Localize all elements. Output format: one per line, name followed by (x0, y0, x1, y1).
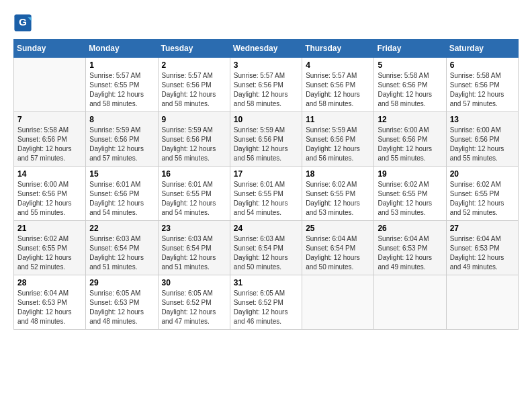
day-number: 28 (17, 278, 82, 287)
calendar-cell: 24Sunrise: 6:03 AMSunset: 6:54 PMDayligh… (230, 221, 302, 275)
calendar-table: SundayMondayTuesdayWednesdayThursdayFrid… (13, 39, 519, 330)
calendar-cell: 14Sunrise: 6:00 AMSunset: 6:56 PMDayligh… (14, 167, 86, 221)
day-number: 4 (306, 60, 370, 70)
day-info: Sunrise: 6:04 AMSunset: 6:53 PMDaylight:… (450, 234, 515, 272)
day-number: 30 (162, 278, 226, 287)
weekday-wednesday: Wednesday (230, 40, 302, 58)
calendar-cell (302, 275, 374, 330)
day-number: 14 (17, 169, 82, 179)
calendar-cell: 29Sunrise: 6:05 AMSunset: 6:53 PMDayligh… (86, 275, 158, 330)
day-info: Sunrise: 6:04 AMSunset: 6:53 PMDaylight:… (17, 289, 82, 326)
calendar-week-3: 14Sunrise: 6:00 AMSunset: 6:56 PMDayligh… (14, 167, 519, 221)
calendar-cell: 11Sunrise: 5:59 AMSunset: 6:56 PMDayligh… (302, 112, 374, 167)
day-info: Sunrise: 6:05 AMSunset: 6:52 PMDaylight:… (234, 289, 298, 326)
day-number: 15 (89, 169, 154, 179)
day-info: Sunrise: 6:05 AMSunset: 6:53 PMDaylight:… (89, 289, 154, 326)
day-info: Sunrise: 6:00 AMSunset: 6:56 PMDaylight:… (378, 126, 442, 163)
day-number: 26 (378, 224, 442, 233)
calendar-cell: 30Sunrise: 6:05 AMSunset: 6:52 PMDayligh… (158, 275, 230, 330)
day-number: 9 (162, 115, 226, 124)
calendar-cell: 19Sunrise: 6:02 AMSunset: 6:55 PMDayligh… (374, 167, 446, 221)
day-number: 27 (450, 224, 515, 233)
day-info: Sunrise: 6:02 AMSunset: 6:55 PMDaylight:… (378, 180, 442, 218)
day-info: Sunrise: 6:03 AMSunset: 6:54 PMDaylight:… (162, 234, 226, 272)
calendar-cell: 26Sunrise: 6:04 AMSunset: 6:53 PMDayligh… (374, 221, 446, 275)
calendar-header: SundayMondayTuesdayWednesdayThursdayFrid… (14, 40, 519, 58)
day-info: Sunrise: 6:01 AMSunset: 6:56 PMDaylight:… (89, 180, 154, 218)
calendar-cell: 13Sunrise: 6:00 AMSunset: 6:56 PMDayligh… (446, 112, 518, 167)
day-info: Sunrise: 5:57 AMSunset: 6:56 PMDaylight:… (162, 71, 226, 109)
weekday-header-row: SundayMondayTuesdayWednesdayThursdayFrid… (14, 40, 519, 58)
day-number: 18 (306, 169, 370, 179)
calendar-cell: 1Sunrise: 5:57 AMSunset: 6:55 PMDaylight… (86, 58, 158, 112)
day-number: 17 (234, 169, 298, 179)
day-info: Sunrise: 5:59 AMSunset: 6:56 PMDaylight:… (306, 126, 370, 163)
day-number: 19 (378, 169, 442, 179)
calendar-cell: 12Sunrise: 6:00 AMSunset: 6:56 PMDayligh… (374, 112, 446, 167)
calendar-cell: 6Sunrise: 5:58 AMSunset: 6:56 PMDaylight… (446, 58, 518, 112)
day-number: 29 (89, 278, 154, 287)
calendar-cell: 16Sunrise: 6:01 AMSunset: 6:55 PMDayligh… (158, 167, 230, 221)
day-info: Sunrise: 6:02 AMSunset: 6:55 PMDaylight:… (306, 180, 370, 218)
logo-icon: G (13, 13, 32, 32)
calendar-cell: 23Sunrise: 6:03 AMSunset: 6:54 PMDayligh… (158, 221, 230, 275)
calendar-cell: 28Sunrise: 6:04 AMSunset: 6:53 PMDayligh… (14, 275, 86, 330)
day-info: Sunrise: 6:02 AMSunset: 6:55 PMDaylight:… (17, 234, 82, 272)
calendar-cell: 9Sunrise: 5:59 AMSunset: 6:56 PMDaylight… (158, 112, 230, 167)
weekday-monday: Monday (86, 40, 158, 58)
day-info: Sunrise: 5:57 AMSunset: 6:56 PMDaylight:… (306, 71, 370, 109)
day-info: Sunrise: 6:03 AMSunset: 6:54 PMDaylight:… (89, 234, 154, 272)
day-info: Sunrise: 6:02 AMSunset: 6:55 PMDaylight:… (450, 180, 515, 218)
calendar-cell: 20Sunrise: 6:02 AMSunset: 6:55 PMDayligh… (446, 167, 518, 221)
day-info: Sunrise: 6:03 AMSunset: 6:54 PMDaylight:… (234, 234, 298, 272)
calendar-body: 1Sunrise: 5:57 AMSunset: 6:55 PMDaylight… (14, 58, 519, 330)
day-number: 23 (162, 224, 226, 233)
calendar-cell: 3Sunrise: 5:57 AMSunset: 6:56 PMDaylight… (230, 58, 302, 112)
day-number: 7 (17, 115, 82, 124)
calendar-cell: 15Sunrise: 6:01 AMSunset: 6:56 PMDayligh… (86, 167, 158, 221)
calendar-cell: 21Sunrise: 6:02 AMSunset: 6:55 PMDayligh… (14, 221, 86, 275)
day-info: Sunrise: 5:59 AMSunset: 6:56 PMDaylight:… (234, 126, 298, 163)
calendar-week-2: 7Sunrise: 5:58 AMSunset: 6:56 PMDaylight… (14, 112, 519, 167)
day-number: 16 (162, 169, 226, 179)
day-info: Sunrise: 6:00 AMSunset: 6:56 PMDaylight:… (17, 180, 82, 218)
day-number: 2 (162, 60, 226, 70)
day-number: 3 (234, 60, 298, 70)
calendar-cell (14, 58, 86, 112)
weekday-sunday: Sunday (14, 40, 86, 58)
weekday-thursday: Thursday (302, 40, 374, 58)
calendar-cell: 31Sunrise: 6:05 AMSunset: 6:52 PMDayligh… (230, 275, 302, 330)
day-number: 24 (234, 224, 298, 233)
calendar-cell: 17Sunrise: 6:01 AMSunset: 6:55 PMDayligh… (230, 167, 302, 221)
day-info: Sunrise: 5:57 AMSunset: 6:56 PMDaylight:… (234, 71, 298, 109)
day-info: Sunrise: 6:04 AMSunset: 6:53 PMDaylight:… (378, 234, 442, 272)
day-info: Sunrise: 6:04 AMSunset: 6:54 PMDaylight:… (306, 234, 370, 272)
day-number: 5 (378, 60, 442, 70)
calendar-cell: 5Sunrise: 5:58 AMSunset: 6:56 PMDaylight… (374, 58, 446, 112)
day-info: Sunrise: 5:59 AMSunset: 6:56 PMDaylight:… (89, 126, 154, 163)
day-info: Sunrise: 5:58 AMSunset: 6:56 PMDaylight:… (450, 71, 515, 109)
calendar-cell (446, 275, 518, 330)
day-info: Sunrise: 6:01 AMSunset: 6:55 PMDaylight:… (234, 180, 298, 218)
calendar-cell: 27Sunrise: 6:04 AMSunset: 6:53 PMDayligh… (446, 221, 518, 275)
calendar-cell: 18Sunrise: 6:02 AMSunset: 6:55 PMDayligh… (302, 167, 374, 221)
svg-text:G: G (19, 16, 27, 28)
calendar-week-1: 1Sunrise: 5:57 AMSunset: 6:55 PMDaylight… (14, 58, 519, 112)
day-number: 11 (306, 115, 370, 124)
day-number: 13 (450, 115, 515, 124)
weekday-saturday: Saturday (446, 40, 518, 58)
day-number: 12 (378, 115, 442, 124)
day-info: Sunrise: 5:58 AMSunset: 6:56 PMDaylight:… (378, 71, 442, 109)
calendar-cell: 7Sunrise: 5:58 AMSunset: 6:56 PMDaylight… (14, 112, 86, 167)
calendar-cell: 10Sunrise: 5:59 AMSunset: 6:56 PMDayligh… (230, 112, 302, 167)
day-info: Sunrise: 6:00 AMSunset: 6:56 PMDaylight:… (450, 126, 515, 163)
calendar-cell: 2Sunrise: 5:57 AMSunset: 6:56 PMDaylight… (158, 58, 230, 112)
day-number: 1 (89, 60, 154, 70)
page-header: G (13, 13, 519, 32)
calendar-week-4: 21Sunrise: 6:02 AMSunset: 6:55 PMDayligh… (14, 221, 519, 275)
calendar-cell: 4Sunrise: 5:57 AMSunset: 6:56 PMDaylight… (302, 58, 374, 112)
day-number: 21 (17, 224, 82, 233)
day-number: 31 (234, 278, 298, 287)
logo: G (13, 13, 35, 32)
day-info: Sunrise: 5:59 AMSunset: 6:56 PMDaylight:… (162, 126, 226, 163)
